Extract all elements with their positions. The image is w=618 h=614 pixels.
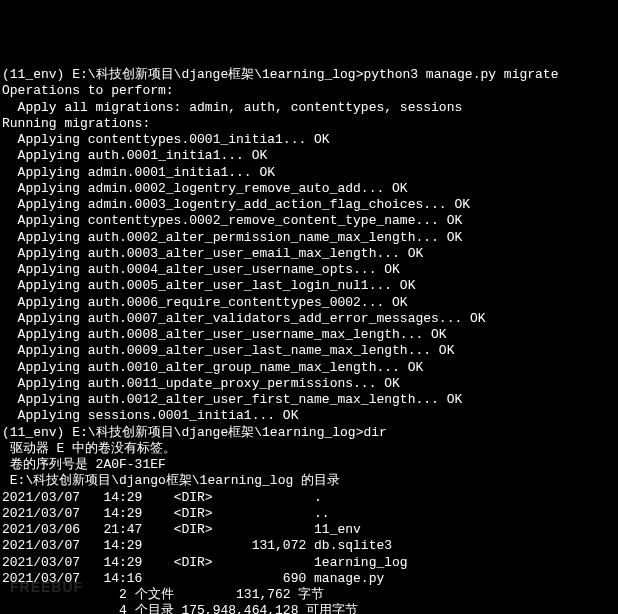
migration-line: Applying admin.0001_initia1... OK: [2, 165, 616, 181]
migration-line: Applying auth.0008_alter_user_username_m…: [2, 327, 616, 343]
migration-line: Applying admin.0003_logentry_add_action_…: [2, 197, 616, 213]
terminal-output: (11_env) E:\科技创新项目\djange框架\1earning_log…: [2, 67, 616, 614]
migration-line: Applying auth.0009_alter_user_last_name_…: [2, 343, 616, 359]
operations-header: Operations to perform:: [2, 83, 616, 99]
dir-entry: 2021/03/07 14:16 690 manage.py: [2, 571, 616, 587]
apply-all-line: Apply all migrations: admin, auth, conte…: [2, 100, 616, 116]
running-header: Running migrations:: [2, 116, 616, 132]
migration-line: Applying auth.0006_require_contenttypes_…: [2, 295, 616, 311]
dir-entry: 2021/03/07 14:29 131,072 db.sqlite3: [2, 538, 616, 554]
migration-line: Applying auth.0011_update_proxy_permissi…: [2, 376, 616, 392]
migration-line: Applying sessions.0001_initia1... OK: [2, 408, 616, 424]
migration-line: Applying auth.0010_alter_group_name_max_…: [2, 360, 616, 376]
command-line-dir: (11_env) E:\科技创新项目\djange框架\1earning_log…: [2, 425, 616, 441]
watermark: FREEBUF: [10, 579, 83, 597]
migration-line: Applying admin.0002_logentry_remove_auto…: [2, 181, 616, 197]
migration-line: Applying contenttypes.0002_remove_conten…: [2, 213, 616, 229]
dir-entry: 2021/03/06 21:47 <DIR> 11_env: [2, 522, 616, 538]
dir-entry: 2021/03/07 14:29 <DIR> .: [2, 490, 616, 506]
migration-line: Applying auth.0002_alter_permission_name…: [2, 230, 616, 246]
summary-dirs: 4 个目录 175,948,464,128 可用字节: [2, 603, 616, 614]
migration-line: Applying auth.0007_alter_validators_add_…: [2, 311, 616, 327]
drive-serial: 卷的序列号是 2A0F-31EF: [2, 457, 616, 473]
drive-no-label: 驱动器 E 中的卷没有标签。: [2, 441, 616, 457]
command-line-migrate: (11_env) E:\科技创新项目\djange框架\1earning_log…: [2, 67, 616, 83]
migration-line: Applying auth.0012_alter_user_first_name…: [2, 392, 616, 408]
dir-header: E:\科技创新项目\django框架\1earning_log 的目录: [2, 473, 616, 489]
migration-line: Applying auth.0003_alter_user_email_max_…: [2, 246, 616, 262]
migration-line: Applying auth.0005_alter_user_last_login…: [2, 278, 616, 294]
summary-files: 2 个文件 131,762 字节: [2, 587, 616, 603]
migration-line: Applying auth.0004_alter_user_username_o…: [2, 262, 616, 278]
dir-entry: 2021/03/07 14:29 <DIR> 1earning_log: [2, 555, 616, 571]
migration-line: Applying auth.0001_initia1... OK: [2, 148, 616, 164]
dir-entry: 2021/03/07 14:29 <DIR> ..: [2, 506, 616, 522]
migration-line: Applying contenttypes.0001_initia1... OK: [2, 132, 616, 148]
